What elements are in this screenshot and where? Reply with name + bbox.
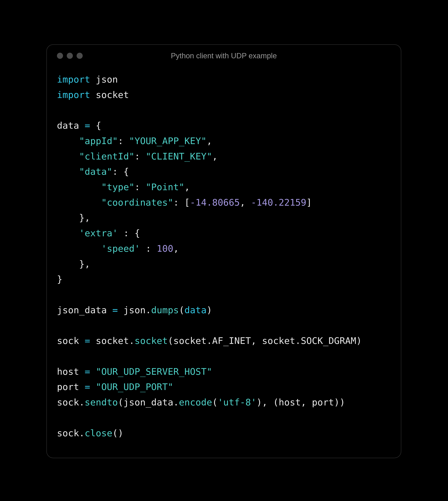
string: "YOUR_APP_KEY" (129, 136, 207, 146)
string: "OUR_UDP_PORT" (96, 382, 173, 392)
string: "CLIENT_KEY" (145, 151, 212, 162)
window-title: Python client with UDP example (47, 51, 401, 60)
arguments: (socket.AF_INET, socket.SOCK_DGRAM) (168, 335, 362, 346)
comma: , (240, 197, 251, 208)
module-name: socket (90, 89, 129, 100)
keyword-import: import (57, 74, 90, 85)
string: 'speed' (101, 243, 140, 254)
close-icon[interactable] (57, 53, 63, 59)
colon: : (118, 136, 129, 146)
number: 100 (157, 243, 173, 254)
operator: = (85, 382, 96, 392)
indent (57, 151, 79, 162)
identifier: json. (124, 305, 151, 315)
paren: () (112, 428, 123, 438)
brace: }, (57, 259, 90, 269)
bracket: ] (306, 197, 312, 208)
colon: : (135, 151, 145, 162)
identifier: sock. (57, 397, 85, 408)
identifier: port (57, 382, 85, 392)
string: "OUR_UDP_SERVER_HOST" (96, 366, 212, 377)
comma: , (207, 136, 212, 146)
indent (57, 243, 101, 254)
comma: , (212, 151, 218, 162)
function: dumps (151, 305, 179, 315)
colon: : (135, 182, 145, 192)
module-name: json (90, 74, 118, 85)
identifier: data (57, 120, 85, 131)
operator: = (112, 305, 123, 315)
identifier: json_data (57, 305, 112, 315)
paren: ( (179, 305, 185, 315)
arguments: ), (host, port)) (256, 397, 345, 408)
stage: Python client with UDP example import js… (0, 0, 448, 501)
code-block: import json import socket data = { "appI… (47, 67, 401, 448)
maximize-icon[interactable] (77, 53, 83, 59)
indent (57, 197, 101, 208)
string: "clientId" (79, 151, 135, 162)
comma: , (173, 243, 179, 254)
keyword-import: import (57, 89, 90, 100)
operator: = (85, 120, 96, 131)
argument: data (184, 305, 207, 315)
brace: } (57, 274, 63, 285)
indent (57, 228, 79, 239)
brace: : { (118, 228, 140, 239)
operator: = (85, 335, 96, 346)
operator: = (85, 366, 96, 377)
identifier: sock (57, 335, 85, 346)
window-controls (57, 53, 83, 59)
comma: , (184, 182, 190, 192)
identifier: (json_data. (118, 397, 179, 408)
minimize-icon[interactable] (67, 53, 73, 59)
string: "appId" (79, 136, 118, 146)
string: "Point" (145, 182, 184, 192)
brace: { (96, 120, 101, 131)
brace: : { (112, 166, 129, 177)
bracket: : [ (173, 197, 190, 208)
string: "data" (79, 166, 112, 177)
identifier: host (57, 366, 85, 377)
colon: : (140, 243, 157, 254)
function: close (85, 428, 112, 438)
string: "coordinates" (101, 197, 173, 208)
indent (57, 136, 79, 146)
brace: }, (57, 212, 90, 223)
function: socket (135, 335, 168, 346)
function: encode (179, 397, 212, 408)
identifier: socket. (96, 335, 135, 346)
indent (57, 166, 79, 177)
identifier: sock. (57, 428, 85, 438)
string: 'utf-8' (218, 397, 256, 408)
number: -14.80665 (190, 197, 240, 208)
paren: ) (207, 305, 212, 315)
window-titlebar: Python client with UDP example (47, 45, 401, 67)
indent (57, 182, 101, 192)
string: "type" (101, 182, 135, 192)
code-window: Python client with UDP example import js… (47, 44, 401, 458)
paren: ( (212, 397, 218, 408)
function: sendto (85, 397, 118, 408)
string: 'extra' (79, 228, 118, 239)
number: -140.22159 (251, 197, 306, 208)
